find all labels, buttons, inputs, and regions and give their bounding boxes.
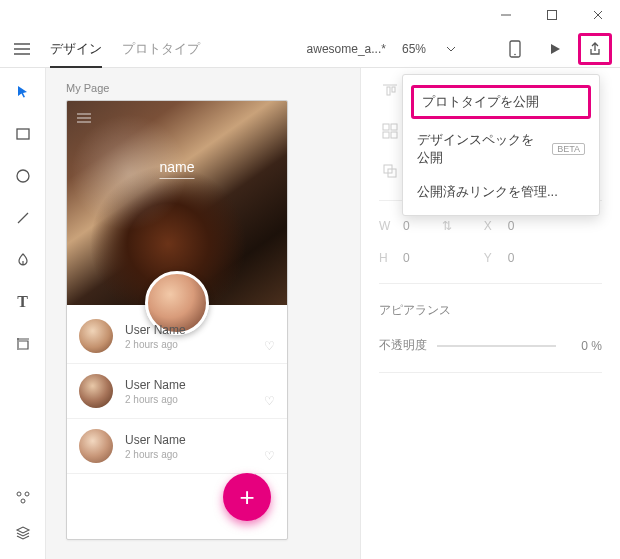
top-toolbar: デザイン プロトタイプ awesome_a...* 65% <box>0 30 620 68</box>
text-tool[interactable]: T <box>13 292 33 312</box>
select-tool[interactable] <box>13 82 33 102</box>
avatar <box>79 319 113 353</box>
opacity-value[interactable]: 0 % <box>564 339 602 353</box>
hero-menu-icon <box>77 109 91 127</box>
window-close-button[interactable] <box>580 1 616 29</box>
svg-point-13 <box>25 492 29 496</box>
menu-publish-prototype[interactable]: プロトタイプを公開 <box>411 85 591 119</box>
svg-rect-19 <box>387 87 390 95</box>
svg-rect-22 <box>391 124 397 130</box>
zoom-value: 65% <box>402 42 426 56</box>
user-list: User Name 2 hours ago ♡ User Name 2 hour… <box>67 305 287 474</box>
heart-icon: ♡ <box>264 449 275 463</box>
timestamp: 2 hours ago <box>125 339 186 350</box>
repeat-grid-icon[interactable] <box>379 120 401 142</box>
svg-point-12 <box>17 492 21 496</box>
canvas-area[interactable]: My Page name User Name 2 hours ago ♡ <box>46 68 360 559</box>
user-name: User Name <box>125 378 186 392</box>
hero-name-label: name <box>159 159 194 175</box>
width-label: W <box>379 219 395 233</box>
chevron-down-icon <box>446 46 456 52</box>
svg-point-14 <box>21 499 25 503</box>
assets-icon[interactable] <box>13 487 33 507</box>
avatar <box>79 429 113 463</box>
share-button[interactable] <box>578 33 612 65</box>
line-tool[interactable] <box>13 208 33 228</box>
list-item: User Name 2 hours ago ♡ <box>67 364 287 419</box>
svg-rect-20 <box>392 87 395 92</box>
rectangle-tool[interactable] <box>13 124 33 144</box>
hero-image: name <box>67 101 287 305</box>
device-preview-icon[interactable] <box>498 33 532 65</box>
play-icon[interactable] <box>538 33 572 65</box>
timestamp: 2 hours ago <box>125 449 186 460</box>
appearance-heading: アピアランス <box>379 302 451 319</box>
list-item: User Name 2 hours ago ♡ <box>67 309 287 364</box>
menu-publish-spec-label: デザインスペックを公開 <box>417 131 546 167</box>
boolean-add-icon[interactable] <box>379 160 401 182</box>
user-name: User Name <box>125 323 186 337</box>
svg-rect-9 <box>17 129 29 139</box>
window-minimize-button[interactable] <box>488 1 524 29</box>
height-label: H <box>379 251 395 265</box>
menu-publish-spec[interactable]: デザインスペックを公開 BETA <box>403 123 599 175</box>
svg-rect-21 <box>383 124 389 130</box>
user-name: User Name <box>125 433 186 447</box>
timestamp: 2 hours ago <box>125 394 186 405</box>
artboard-tool[interactable] <box>13 334 33 354</box>
zoom-dropdown[interactable]: 65% <box>402 42 456 56</box>
menu-manage-links[interactable]: 公開済みリンクを管理... <box>403 175 599 209</box>
x-label: X <box>484 219 500 233</box>
align-top-icon[interactable] <box>379 80 401 102</box>
tab-design[interactable]: デザイン <box>50 30 102 67</box>
heart-icon: ♡ <box>264 394 275 408</box>
beta-badge: BETA <box>552 143 585 155</box>
svg-point-8 <box>514 53 516 55</box>
fab-add-button: + <box>223 473 271 521</box>
heart-icon: ♡ <box>264 339 275 353</box>
x-value[interactable]: 0 <box>508 219 515 233</box>
svg-line-11 <box>18 213 28 223</box>
opacity-label: 不透明度 <box>379 337 429 354</box>
avatar <box>79 374 113 408</box>
y-label: Y <box>484 251 500 265</box>
layers-icon[interactable] <box>13 523 33 543</box>
window-maximize-button[interactable] <box>534 1 570 29</box>
height-value[interactable]: 0 <box>403 251 410 265</box>
svg-rect-24 <box>391 132 397 138</box>
svg-rect-23 <box>383 132 389 138</box>
artboard-title[interactable]: My Page <box>66 82 340 94</box>
list-item: User Name 2 hours ago ♡ <box>67 419 287 474</box>
tool-sidebar: T <box>0 68 46 559</box>
width-value[interactable]: 0 <box>403 219 410 233</box>
window-titlebar <box>0 0 620 30</box>
artboard[interactable]: name User Name 2 hours ago ♡ User Name <box>66 100 288 540</box>
pen-tool[interactable] <box>13 250 33 270</box>
hamburger-menu-icon[interactable] <box>8 42 36 56</box>
svg-point-10 <box>17 170 29 182</box>
opacity-slider[interactable] <box>437 345 556 347</box>
lock-aspect-icon[interactable]: ⇅ <box>440 219 454 233</box>
svg-rect-1 <box>548 11 557 20</box>
tab-prototype[interactable]: プロトタイプ <box>122 30 200 67</box>
share-menu-popup: プロトタイプを公開 デザインスペックを公開 BETA 公開済みリンクを管理... <box>402 74 600 216</box>
ellipse-tool[interactable] <box>13 166 33 186</box>
y-value[interactable]: 0 <box>508 251 515 265</box>
document-filename[interactable]: awesome_a...* <box>307 42 386 56</box>
